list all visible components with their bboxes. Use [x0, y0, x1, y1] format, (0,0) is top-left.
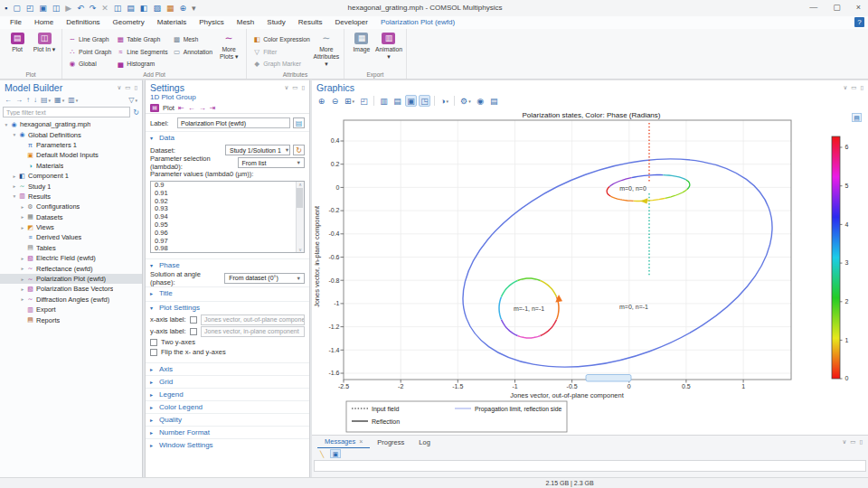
image-snapshot-icon[interactable]: ◉ — [475, 95, 486, 107]
tree-item-materials[interactable]: ◑Materials — [0, 161, 142, 171]
param-value-item[interactable]: 0.98 — [151, 245, 304, 253]
section-data[interactable]: Data — [159, 134, 175, 142]
menu-tab-mesh[interactable]: Mesh — [231, 16, 261, 29]
tree-item-polarization-base-vectors[interactable]: ▸▧Polarization Base Vectors — [0, 284, 142, 294]
section-plot-settings[interactable]: Plot Settings — [159, 304, 200, 312]
cut-icon[interactable]: ✕ — [101, 5, 108, 13]
zoom-icon[interactable]: ⊕ — [179, 5, 186, 13]
tree-item-global-definitions[interactable]: ▾◉Global Definitions — [0, 129, 142, 139]
param-selection-combo[interactable]: From list▼ — [238, 157, 305, 168]
panel-float-icon[interactable]: ▭ — [850, 438, 855, 446]
ribbon-button-line-segments[interactable]: ≈Line Segments — [114, 46, 170, 59]
paste-icon[interactable]: ▤ — [127, 5, 135, 13]
ribbon-button-more-plots[interactable]: ∼More Plots ▾ — [215, 31, 242, 61]
ribbon-button-image[interactable]: ▦Image — [348, 31, 375, 53]
expander-icon[interactable]: ▸ — [19, 214, 26, 220]
zoom-in-icon[interactable]: ⊕ — [316, 95, 327, 107]
app-logo[interactable]: ▪ — [5, 5, 7, 13]
x-axis-label-input[interactable]: Jones vector, out-of-plane component — [201, 314, 305, 325]
save-as-icon[interactable]: ◫ — [52, 5, 61, 13]
y-axis-label-checkbox[interactable] — [190, 328, 197, 335]
customize-icon[interactable]: ▾ — [192, 5, 196, 13]
plot-label-input[interactable]: Polarization Plot (ewfd) — [177, 117, 290, 128]
section-number-format[interactable]: ▸Number Format — [146, 426, 309, 438]
undo-icon[interactable]: ↶ — [77, 5, 84, 13]
close-icon[interactable]: × — [359, 436, 363, 447]
tree-item-reflectance-ewfd[interactable]: ▸∼Reflectance (ewfd) — [0, 263, 142, 273]
panel-layout-icon[interactable]: ▯ — [860, 84, 863, 91]
section-axis[interactable]: ▸Axis — [146, 362, 309, 375]
panel-collapse-icon[interactable]: ∨ — [118, 84, 122, 91]
param-value-item[interactable]: 0.96 — [151, 230, 304, 238]
save-icon[interactable]: ▣ — [39, 5, 47, 13]
tree-item-study-1[interactable]: ▸∼Study 1 — [0, 181, 142, 191]
ribbon-button-annotation[interactable]: ▭Annotation — [171, 46, 216, 59]
ribbon-button-plot-in[interactable]: ◫Plot In ▾ — [31, 31, 58, 53]
polarization-plot[interactable]: -2.5-2-1.5-1-0.500.51 0.40.20-0.2-0.4-0.… — [312, 108, 868, 436]
ribbon-button-animation[interactable]: ▥Animation ▾ — [375, 31, 402, 61]
flip-axes-checkbox[interactable] — [150, 349, 157, 356]
panel-layout-icon[interactable]: ▯ — [301, 84, 305, 91]
expander-icon[interactable]: ▸ — [19, 286, 26, 292]
tree-item-parameters-1[interactable]: πParameters 1 — [0, 140, 142, 150]
menu-tab-home[interactable]: Home — [28, 16, 60, 29]
ribbon-button-filter[interactable]: ▽Filter — [250, 46, 313, 59]
tree-item-derived-values[interactable]: ≡Derived Values — [0, 232, 142, 242]
panel-float-icon[interactable]: ▭ — [292, 84, 297, 91]
plot-next-icon[interactable]: → — [199, 104, 206, 112]
messages-tab-progress[interactable]: Progress — [370, 436, 411, 448]
restore-icon-button[interactable]: ▢ — [833, 3, 841, 12]
filter-refresh-icon[interactable]: ↻ — [133, 108, 139, 117]
menu-tab-results[interactable]: Results — [292, 16, 329, 29]
axis-x-icon[interactable]: ▥ — [378, 95, 390, 107]
panel-layout-icon[interactable]: ▯ — [134, 84, 137, 91]
copy-icon[interactable]: ◫ — [114, 5, 122, 13]
select-annotation-icon[interactable]: ◳ — [419, 95, 430, 107]
redo-icon[interactable]: ↷ — [90, 5, 97, 13]
ribbon-button-point-graph[interactable]: ∴Point Graph — [66, 46, 114, 59]
menu-tab-file[interactable]: File — [4, 16, 28, 29]
menu-tab-definitions[interactable]: Definitions — [60, 16, 106, 29]
expander-icon[interactable]: ▸ — [19, 204, 26, 210]
select-box-icon[interactable]: ▣ — [405, 95, 417, 107]
expander-icon[interactable]: ▸ — [11, 183, 18, 189]
expander-icon[interactable]: ▸ — [19, 296, 26, 302]
tree-filter-input[interactable] — [3, 107, 130, 117]
collapse-all-icon[interactable]: ▦ — [54, 96, 61, 104]
settings-plot-button[interactable]: Plot — [163, 104, 175, 112]
panel-collapse-icon[interactable]: ∨ — [843, 438, 847, 446]
filter-icon[interactable]: ▽ — [128, 96, 134, 104]
tree-item-reports[interactable]: ▤Reports — [0, 314, 142, 324]
plot-first-icon[interactable]: ⇤ — [178, 104, 184, 112]
x-axis-label-checkbox[interactable] — [190, 316, 197, 324]
ribbon-button-mesh[interactable]: ▩Mesh — [171, 33, 216, 46]
model-tree-icon[interactable]: ▦ — [166, 5, 175, 13]
tree-item-diffraction-angles-ewfd[interactable]: ▸∼Diffraction Angles (ewfd) — [0, 295, 142, 305]
scene-color-icon[interactable]: ◑▾ — [439, 95, 450, 107]
panel-float-icon[interactable]: ▭ — [851, 84, 856, 91]
param-value-item[interactable]: 0.93 — [151, 205, 304, 213]
plot-previous-icon[interactable]: ← — [188, 104, 195, 112]
clear-messages-icon[interactable]: ╲ — [316, 449, 327, 458]
param-value-item[interactable]: 0.95 — [151, 221, 304, 230]
tree-item-datasets[interactable]: ▸▦Datasets — [0, 212, 142, 222]
back-icon[interactable]: ← — [5, 96, 12, 104]
help-button[interactable]: ? — [854, 17, 864, 27]
menu-tab-physics[interactable]: Physics — [193, 16, 231, 29]
ribbon-button-global[interactable]: ◉Global — [66, 58, 114, 70]
menu-tab-developer[interactable]: Developer — [328, 16, 373, 29]
show-options-icon[interactable]: ▤ — [41, 96, 48, 104]
tree-item-polarization-plot-ewfd[interactable]: ▸∼Polarization Plot (ewfd) — [0, 274, 142, 284]
param-value-item[interactable]: 0.92 — [151, 198, 304, 206]
tree-item-views[interactable]: ▸◩Views — [0, 222, 142, 232]
ribbon-button-color-expression[interactable]: ◧Color Expression — [250, 33, 313, 46]
tree-item-component-1[interactable]: ▸◧Component 1 — [0, 171, 142, 181]
node-group-icon[interactable]: ▥ — [68, 96, 75, 104]
two-y-axes-checkbox[interactable] — [150, 339, 157, 346]
expander-icon[interactable]: ▸ — [19, 256, 26, 261]
param-value-item[interactable]: 0.91 — [151, 190, 304, 198]
solution-angle-combo[interactable]: From dataset (0°)▼ — [224, 273, 305, 284]
zoom-box-icon[interactable]: ⊞▾ — [343, 95, 356, 107]
axis-y-icon[interactable]: ▤ — [392, 95, 403, 107]
expander-icon[interactable]: ▸ — [19, 225, 26, 230]
